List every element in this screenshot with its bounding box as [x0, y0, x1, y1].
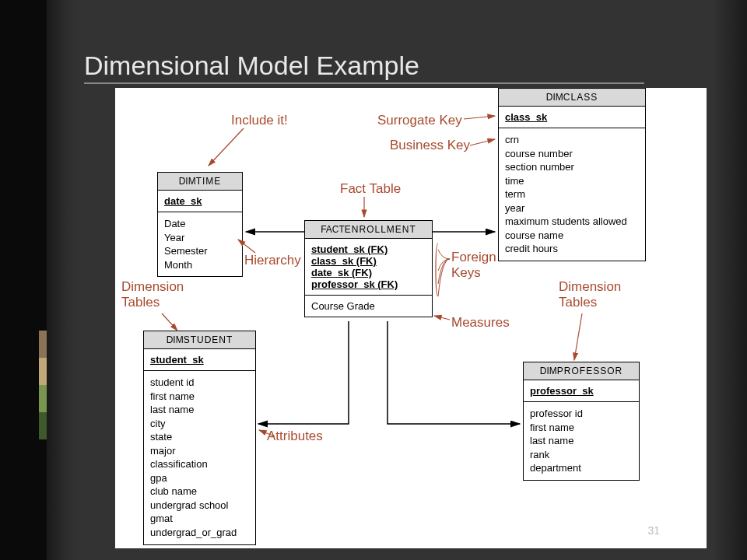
attr-row: major [150, 444, 249, 458]
anno-foreign-keys: Foreign Keys [451, 250, 496, 282]
anno-include-it: Include it! [231, 113, 288, 128]
attr-row: crn [505, 133, 639, 147]
svg-line-7 [162, 313, 177, 331]
anno-attributes: Attributes [267, 429, 323, 444]
entity-dim-student: DIMSTUDENT student_sk student idfirst na… [143, 331, 256, 545]
attr-row: state [150, 430, 249, 444]
attr-row: Date [164, 217, 236, 231]
anno-hierarchy: Hierarchy [244, 253, 301, 268]
diagram-canvas: DIMTIME date_sk DateYearSemesterMonth DI… [115, 88, 707, 548]
attr-row: first name [530, 421, 633, 435]
anno-measures: Measures [451, 315, 510, 331]
anno-fact-table: Fact Table [340, 181, 401, 197]
attr-row: professor id [530, 407, 633, 421]
attr-row: course name [505, 229, 639, 243]
anno-surrogate-key: Surrogate Key [377, 113, 462, 128]
entity-dim-professor: DIMPROFESSOR professor_sk professor idfi… [523, 362, 640, 481]
attr-row: first name [150, 390, 249, 404]
slide-title: Dimensional Model Example [84, 51, 419, 81]
attr-row: department [530, 461, 633, 475]
entity-dim-class: DIMCLASS class_sk crncourse numbersectio… [498, 88, 646, 261]
entity-dim-time: DIMTIME date_sk DateYearSemesterMonth [157, 172, 243, 277]
svg-line-9 [434, 316, 450, 320]
svg-line-8 [574, 313, 582, 360]
attr-row: Month [164, 258, 236, 272]
attr-row: time [505, 174, 639, 188]
anno-dimension-tables-right: Dimension Tables [559, 279, 621, 311]
anno-dimension-tables-left: Dimension Tables [121, 279, 184, 311]
attr-row: last name [150, 403, 249, 417]
fk-row: class_sk (FK) [311, 255, 426, 267]
attr-row: student id [150, 376, 249, 390]
attr-row: rank [530, 448, 633, 462]
decorative-stripes [39, 331, 47, 439]
attr-row: last name [530, 434, 633, 448]
attr-row: city [150, 417, 249, 431]
attr-row: classification [150, 457, 249, 471]
fk-row: date_sk (FK) [311, 267, 426, 278]
svg-line-3 [464, 116, 495, 119]
attr-row: Semester [164, 244, 236, 258]
attr-row: course number [505, 147, 639, 161]
attr-row: credit hours [505, 242, 639, 256]
attr-row: club name [150, 485, 249, 499]
attr-row: Year [164, 231, 236, 245]
svg-line-2 [209, 128, 244, 166]
attr-row: term [505, 187, 639, 201]
fk-row: professor_sk (FK) [311, 278, 426, 290]
svg-line-4 [470, 139, 495, 145]
attr-row: gmat [150, 512, 249, 526]
fk-row: student_sk (FK) [311, 243, 426, 255]
attr-row: maximum students allowed [505, 215, 639, 229]
entity-fact-enrollment: FACTENROLLMENT student_sk (FK)class_sk (… [304, 220, 433, 317]
anno-business-key: Business Key [390, 138, 470, 153]
title-underline [84, 82, 644, 84]
attr-row: undergrad school [150, 499, 249, 513]
attr-row: section number [505, 160, 639, 174]
attr-row: undergrad_or_grad [150, 526, 249, 540]
attr-row: gpa [150, 471, 249, 485]
page-number: 31 [647, 524, 660, 537]
attr-row: year [505, 201, 639, 215]
